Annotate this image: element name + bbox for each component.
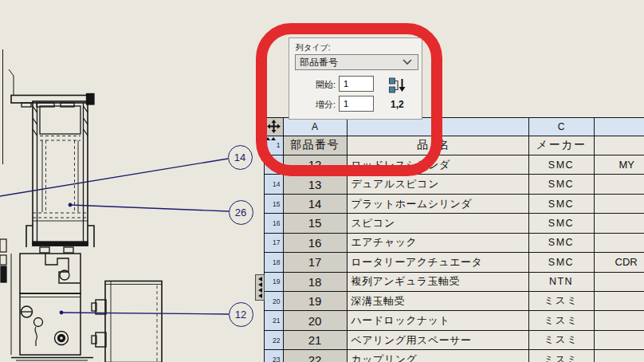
cell-maker[interactable]: SMC <box>529 214 595 233</box>
split-arrow-icon <box>258 288 262 293</box>
cell-maker[interactable]: ミスミ <box>529 331 595 350</box>
chevron-down-icon <box>402 59 413 65</box>
cell-part-no[interactable]: 20 <box>284 311 348 330</box>
split-arrow-icon <box>258 277 262 281</box>
column-header-b[interactable]: B <box>348 118 529 136</box>
cell-maker[interactable]: NTN <box>529 273 595 292</box>
cell-model[interactable]: CDR <box>595 253 644 272</box>
cell-maker[interactable]: SMC <box>529 155 595 175</box>
table-split-tab[interactable] <box>255 274 265 301</box>
cell-model[interactable]: MY <box>595 155 644 175</box>
column-type-label: 列タイプ: <box>296 42 330 53</box>
balloon-26-label: 26 <box>235 207 246 218</box>
cell-title-model[interactable] <box>595 136 644 155</box>
renumber-order-icon <box>388 77 407 94</box>
cell-part-no[interactable]: 17 <box>284 253 348 272</box>
column-header-d[interactable] <box>595 118 644 136</box>
cell-name[interactable]: ハードロックナット <box>348 311 529 330</box>
cell-part-no[interactable]: 18 <box>284 273 348 292</box>
start-label: 開始: <box>296 79 336 91</box>
increment-input[interactable] <box>339 96 374 112</box>
cell-name[interactable]: ロータリーアクチュエータ <box>348 253 529 272</box>
cell-maker[interactable]: ミスミ <box>529 350 595 362</box>
start-input[interactable] <box>339 76 374 92</box>
cell-model[interactable] <box>595 292 644 311</box>
cell-part-no[interactable]: 22 <box>284 350 348 362</box>
cell-name[interactable]: 複列アンギュラ玉軸受 <box>348 273 529 292</box>
cell-part-no[interactable]: 21 <box>284 331 348 350</box>
move-cross-icon <box>267 120 281 133</box>
cell-title-name[interactable]: 品名 <box>348 136 529 155</box>
cell-part-no[interactable]: 12 <box>284 155 348 175</box>
cell-model[interactable] <box>595 273 644 292</box>
row-header-23[interactable]: 23 <box>265 350 284 362</box>
balloon-14[interactable]: 14 <box>228 145 253 170</box>
cell-name[interactable]: スピコン <box>348 214 529 233</box>
numbering-preview-text: 1,2 <box>391 99 404 110</box>
cell-name[interactable]: カップリング <box>348 350 529 362</box>
cell-model[interactable] <box>595 214 644 233</box>
row-header-1[interactable]: 1 <box>265 136 284 155</box>
cell-maker[interactable]: ミスミ <box>529 292 595 311</box>
balloon-12-label: 12 <box>235 309 246 321</box>
row-header-19[interactable]: 19 <box>265 273 284 292</box>
cell-name[interactable]: ロッドレスシリンダ <box>348 155 529 175</box>
row-header-22[interactable]: 22 <box>265 331 284 350</box>
cell-part-no[interactable]: 19 <box>284 292 348 311</box>
cell-maker[interactable]: SMC <box>529 195 595 214</box>
cell-title-maker[interactable]: メーカー <box>529 136 595 155</box>
cell-part-no[interactable]: 14 <box>284 195 348 214</box>
split-arrow-icon <box>258 282 262 287</box>
cell-title-part-no[interactable]: 部品番号 <box>284 136 348 155</box>
table-move-handle[interactable] <box>265 118 284 136</box>
cell-maker[interactable]: SMC <box>529 175 595 194</box>
balloon-12[interactable]: 12 <box>229 302 253 327</box>
cell-part-no[interactable]: 15 <box>284 214 348 233</box>
cell-part-no[interactable]: 16 <box>284 234 348 253</box>
column-type-dialog: 列タイプ: 部品番号 開始: 増分: 1,2 <box>289 37 422 120</box>
split-arrow-icon <box>258 293 262 298</box>
row-header-15[interactable]: 15 <box>265 195 284 214</box>
row-header-16[interactable]: 16 <box>265 214 284 233</box>
row-header-21[interactable]: 21 <box>265 311 284 330</box>
column-header-a[interactable]: A <box>284 118 348 136</box>
sort-marker-icon <box>265 137 276 140</box>
cell-name[interactable]: エアチャック <box>348 234 529 253</box>
cell-maker[interactable]: SMC <box>529 234 595 253</box>
column-type-dropdown[interactable]: 部品番号 <box>295 54 418 70</box>
cell-maker[interactable]: ミスミ <box>529 311 595 330</box>
cell-model[interactable] <box>595 331 644 350</box>
increment-label: 増分: <box>296 99 336 111</box>
row-header-17[interactable]: 17 <box>265 234 284 253</box>
balloon-14-label: 14 <box>234 151 245 163</box>
cell-name[interactable]: プラットホームシリンダ <box>348 195 529 214</box>
column-header-c[interactable]: C <box>529 118 595 136</box>
cell-model[interactable] <box>595 234 644 253</box>
column-type-selected-value: 部品番号 <box>296 56 402 69</box>
cell-model[interactable] <box>595 311 644 330</box>
cell-name[interactable]: ベアリング用スペーサー <box>348 331 529 350</box>
row-header-20[interactable]: 20 <box>265 292 284 311</box>
row-header-13[interactable]: 13 <box>265 155 284 175</box>
row-header-18[interactable]: 18 <box>265 253 284 272</box>
cell-part-no[interactable]: 13 <box>284 175 348 194</box>
row-header-14[interactable]: 14 <box>265 175 284 194</box>
cell-model[interactable] <box>595 175 644 194</box>
balloon-26[interactable]: 26 <box>229 200 253 225</box>
cell-name[interactable]: デュアルスピコン <box>348 175 529 194</box>
cell-model[interactable] <box>595 350 644 362</box>
cell-name[interactable]: 深溝玉軸受 <box>348 292 529 311</box>
bom-table: A B C 1 部品番号 品名 メーカー 13 12 ロッドレスシリンダ SMC… <box>264 117 644 362</box>
cell-model[interactable] <box>595 195 644 214</box>
cell-maker[interactable]: SMC <box>529 253 595 272</box>
